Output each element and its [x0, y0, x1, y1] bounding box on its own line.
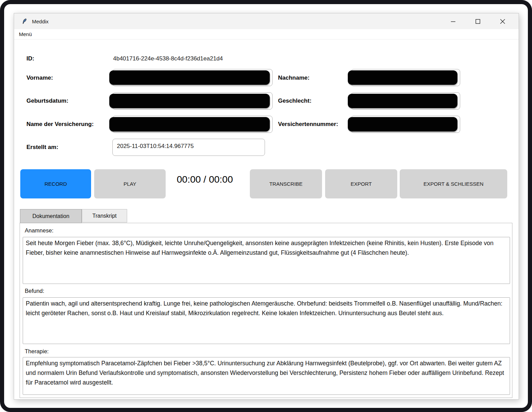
feather-icon	[22, 18, 28, 24]
versichertennummer-label: Versichertennummer:	[278, 121, 338, 128]
anamnese-label: Anamnese:	[25, 227, 53, 234]
documentation-pane: Anamnese: Seit heute Morgen Fieber (max.…	[20, 223, 512, 398]
nachname-redaction	[348, 70, 457, 85]
geburtsdatum-label: Geburtsdatum:	[26, 98, 68, 104]
geschlecht-redaction	[348, 94, 457, 108]
erstellt-am-value: 2025-11-03T10:54:14.967775	[117, 143, 194, 150]
maximize-icon[interactable]	[473, 17, 482, 26]
versicherung-redaction	[109, 117, 270, 131]
nachname-label: Nachname:	[278, 75, 310, 81]
geburtsdatum-input[interactable]	[112, 92, 273, 110]
tab-transkript[interactable]: Transkript	[82, 209, 127, 222]
id-value: 4b401716-224e-4538-8c4d-f236d1ea21d4	[113, 55, 223, 62]
vorname-input[interactable]	[112, 69, 273, 86]
erstellt-am-label: Erstellt am:	[26, 144, 58, 151]
therapie-label: Therapie:	[25, 348, 49, 355]
tab-dokumentation[interactable]: Dokumentation	[20, 209, 82, 223]
anamnese-textarea[interactable]: Seit heute Morgen Fieber (max. 38,6°C), …	[23, 237, 510, 284]
menubar: Menü	[14, 29, 519, 39]
geburtsdatum-redaction	[109, 94, 270, 108]
window-controls	[448, 17, 519, 26]
therapie-textarea[interactable]: Empfehlung symptomatisch Paracetamol-Zäp…	[23, 357, 510, 395]
menu-item-menue[interactable]: Menü	[19, 31, 32, 37]
export-close-button[interactable]: EXPORT & SCHLIESSEN	[400, 169, 507, 198]
titlebar[interactable]: Meddix	[14, 13, 519, 29]
audio-time-display: 00:00 / 00:00	[165, 174, 244, 188]
versicherung-label: Name der Versicherung:	[26, 121, 94, 128]
close-icon[interactable]	[498, 17, 507, 26]
geschlecht-label: Geschlecht:	[278, 98, 311, 104]
versichertennummer-input[interactable]	[351, 116, 460, 133]
export-button[interactable]: EXPORT	[325, 169, 397, 198]
id-label: ID:	[26, 55, 34, 62]
record-button[interactable]: RECORD	[20, 169, 91, 198]
vorname-label: Vorname:	[26, 75, 53, 81]
transcribe-button[interactable]: TRANSCRIBE	[250, 169, 322, 198]
vorname-redaction	[109, 70, 270, 85]
geschlecht-input[interactable]	[351, 92, 460, 110]
window-title: Meddix	[32, 19, 48, 24]
minimize-icon[interactable]	[448, 17, 457, 26]
nachname-input[interactable]	[351, 69, 460, 86]
befund-textarea[interactable]: Patientin wach, agil und altersentsprech…	[23, 297, 510, 344]
erstellt-am-input[interactable]: 2025-11-03T10:54:14.967775	[112, 139, 265, 156]
versichertennummer-redaction	[348, 117, 457, 131]
befund-label: Befund:	[25, 288, 44, 294]
versicherung-input[interactable]	[112, 116, 273, 133]
app-window: Meddix Menü ID: 4b401716-224e-4538-8c4d-…	[14, 13, 519, 400]
play-button[interactable]: PLAY	[94, 169, 166, 198]
